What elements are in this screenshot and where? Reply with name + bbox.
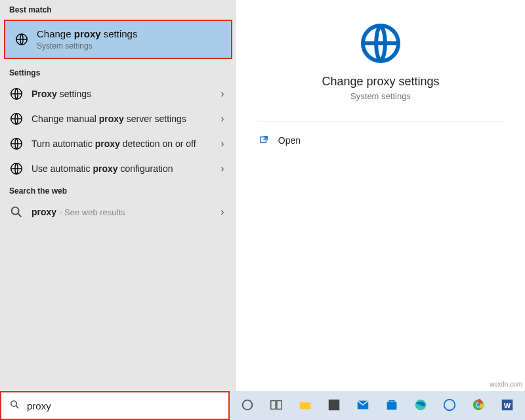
svg-point-15 xyxy=(11,400,16,406)
word-icon[interactable]: W xyxy=(495,394,520,417)
settings-result-auto-detection[interactable]: Turn automatic proxy detection on or off… xyxy=(0,131,236,156)
web-header: Search the web xyxy=(0,181,236,200)
globe-icon xyxy=(9,87,24,101)
open-action[interactable]: Open xyxy=(257,131,505,150)
svg-point-10 xyxy=(12,207,19,215)
settings-result-auto-config[interactable]: Use automatic proxy configuration › xyxy=(0,156,236,181)
best-match-result[interactable]: Change proxy settings System settings xyxy=(4,20,232,59)
preview-panel: Change proxy settings System settings Op… xyxy=(236,0,525,391)
chevron-right-icon: › xyxy=(218,113,227,125)
chevron-right-icon: › xyxy=(218,138,227,150)
open-icon xyxy=(259,135,269,146)
search-box[interactable] xyxy=(0,391,230,420)
chevron-right-icon: › xyxy=(218,163,227,175)
search-input[interactable] xyxy=(27,400,220,411)
globe-icon xyxy=(9,136,24,151)
divider xyxy=(257,121,505,121)
search-results-panel: Best match Change proxy settings System … xyxy=(0,0,236,391)
preview-subtitle: System settings xyxy=(350,91,411,101)
dell-icon[interactable] xyxy=(437,394,462,417)
search-icon xyxy=(9,205,24,219)
edge-icon[interactable] xyxy=(408,394,433,417)
settings-result-proxy-settings[interactable]: Proxy settings › xyxy=(0,81,236,106)
watermark: wsxdn.com xyxy=(490,381,522,388)
svg-line-11 xyxy=(18,214,22,217)
svg-rect-18 xyxy=(271,401,276,410)
svg-line-16 xyxy=(16,406,19,408)
globe-icon xyxy=(9,112,24,126)
globe-icon xyxy=(9,161,24,176)
open-label: Open xyxy=(278,135,301,146)
app-icon[interactable] xyxy=(322,394,346,417)
svg-text:W: W xyxy=(504,402,511,410)
file-explorer-icon[interactable] xyxy=(293,394,318,417)
task-view-icon[interactable] xyxy=(264,394,289,417)
cortana-icon[interactable] xyxy=(235,394,260,417)
svg-rect-19 xyxy=(277,401,282,410)
svg-rect-20 xyxy=(329,400,340,411)
chrome-icon[interactable] xyxy=(466,394,491,417)
preview-title: Change proxy settings xyxy=(322,75,439,89)
best-match-subtitle: System settings xyxy=(37,41,222,52)
web-result-proxy[interactable]: proxy- See web results › xyxy=(0,200,236,224)
svg-point-17 xyxy=(243,400,253,410)
globe-icon xyxy=(14,32,29,47)
mail-icon[interactable] xyxy=(350,394,375,417)
settings-header: Settings xyxy=(0,63,236,81)
chevron-right-icon: › xyxy=(218,206,227,218)
best-match-header: Best match xyxy=(0,0,236,18)
search-icon xyxy=(9,399,20,413)
settings-result-manual-proxy[interactable]: Change manual proxy server settings › xyxy=(0,106,236,131)
globe-icon xyxy=(357,20,404,67)
svg-rect-14 xyxy=(261,137,266,142)
svg-rect-22 xyxy=(387,402,397,410)
store-icon[interactable] xyxy=(379,394,404,417)
svg-point-24 xyxy=(444,400,455,411)
best-match-title: Change proxy settings xyxy=(37,28,222,41)
taskbar: W xyxy=(230,391,525,420)
chevron-right-icon: › xyxy=(218,88,227,100)
